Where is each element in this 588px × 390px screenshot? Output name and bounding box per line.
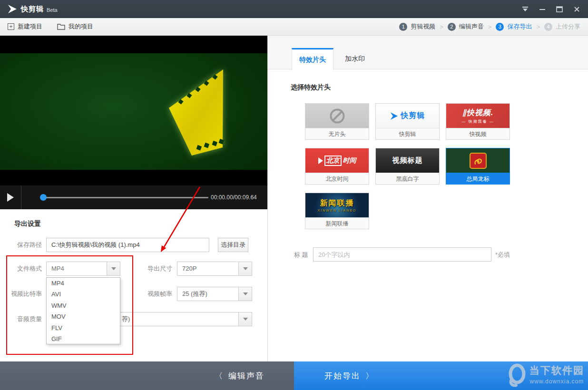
file-format-value: MP4 [51,262,64,275]
plus-icon: + [8,23,14,30]
player-controls: 00:00.00/00:09.64 [0,185,267,209]
main-menu-button[interactable] [517,0,534,18]
my-projects-label: 我的项目 [69,22,93,31]
export-settings: 导出设置 保存路径 选择目录 文件格式 MP4 导出尺寸 720P 视频比特率 … [0,209,267,361]
intro-thumb-kuaijianji[interactable]: 快剪辑 快剪辑 [375,103,440,140]
format-option-mp4[interactable]: MP4 [47,278,120,289]
beijing-time-preview: 北京 时间 [305,148,369,173]
section-title: 选择特效片头 [291,83,331,92]
kuaishipin-preview: ∥快视频. — 快潮我看 — [446,104,510,128]
dropdown-arrow-icon[interactable] [107,262,120,275]
maximize-button[interactable] [551,0,568,18]
play-button[interactable] [0,185,21,209]
step-edit-audio[interactable]: 2 编辑声音 [448,22,484,31]
save-path-label: 保存路径 [0,238,42,252]
toolbar: + 新建项目 我的项目 1 剪辑视频 > 2 编辑声音 > 3 保存导出 [0,18,588,36]
kuaijianji-logo-text: 快剪辑 [401,111,425,121]
close-icon [574,6,580,12]
dropdown-arrow-icon[interactable] [238,262,252,275]
intro-caption: 新闻联播 [305,217,369,229]
forward-chevron-icon: 〉 [365,370,374,381]
step-label: 剪辑视频 [411,22,435,31]
no-intro-icon [329,108,345,124]
frame-rate-label: 视频帧率 [133,287,172,301]
start-export-button[interactable]: 开始导出 〉 [294,361,588,390]
choose-directory-button[interactable]: 选择目录 [218,238,248,252]
time-display: 00:00.00/00:09.64 [211,194,257,201]
play-icon [7,193,14,202]
kuaijianji-preview: 快剪辑 [376,104,439,128]
video-preview [0,36,267,185]
intro-caption: 快视频 [446,128,510,139]
new-project-button[interactable]: + 新建项目 [8,18,42,35]
intro-caption: 黑底白字 [376,173,439,184]
no-intro-preview [305,104,369,128]
step-number: 4 [544,23,552,31]
video-bitrate-label: 视频比特率 [0,287,42,301]
file-format-dropdown: MP4 AVI WMV MOV FLV GIF [46,277,120,344]
audio-quality-label: 音频质量 [0,312,42,326]
back-chevron-icon: 〈 [215,370,224,381]
intro-thumb-black-white-text[interactable]: 视频标题 黑底白字 [375,148,440,185]
tab-effects-intro[interactable]: 特效片头 [292,48,333,70]
required-note: *必填 [495,247,510,262]
minimize-button[interactable] [534,0,551,18]
format-option-wmv[interactable]: WMV [47,300,120,311]
dropdown-arrow-icon[interactable] [238,312,252,326]
chevron-right-icon: > [440,23,443,30]
play-icon [318,157,323,164]
dropdown-arrow-icon[interactable] [238,287,252,301]
minimize-icon [539,6,546,12]
step-label: 保存导出 [507,22,532,31]
kuaishipin-logo-text: ∥快视频. [462,108,493,118]
step-number: 3 [496,23,504,31]
format-option-avi[interactable]: AVI [47,289,120,300]
close-button[interactable] [568,0,585,18]
format-option-gif[interactable]: GIF [47,333,120,344]
intro-thumb-kuaishipin[interactable]: ∥快视频. — 快潮我看 — 快视频 [446,103,510,140]
save-path-input[interactable] [46,238,209,252]
my-projects-button[interactable]: 我的项目 [57,18,93,35]
intro-thumb-none[interactable]: 无片头 [305,103,369,140]
step-label: 编辑声音 [459,22,484,31]
maximize-icon [556,6,563,12]
new-project-label: 新建项目 [18,22,42,31]
export-size-value: 720P [182,262,196,275]
progress-bar[interactable] [40,197,208,198]
intro-thumb-dragon-seal[interactable]: 总局龙标 [446,148,510,185]
titlebar: 快剪辑 Beta [0,0,588,18]
beijing-time-text: 时间 [343,156,356,165]
step-edit-video[interactable]: 1 剪辑视频 [399,22,435,31]
video-frame [0,53,267,170]
intro-caption: 总局龙标 [446,173,510,184]
news-preview: 新闻联播 XINWEN LIANBO [305,193,369,217]
edit-audio-label: 编辑声音 [228,370,265,381]
step-save-export[interactable]: 3 保存导出 [496,22,532,31]
format-option-mov[interactable]: MOV [47,311,120,322]
intro-thumb-beijing-time[interactable]: 北京 时间 北京时间 [305,148,369,185]
progress-handle[interactable] [40,194,47,201]
tab-watermark[interactable]: 加水印 [333,48,376,69]
intro-thumb-news[interactable]: 新闻联播 XINWEN LIANBO 新闻联播 [305,193,369,229]
chevron-right-icon: > [536,23,540,30]
app-window: 快剪辑 Beta [0,0,588,390]
dragon-seal-preview [446,148,510,173]
frame-rate-value: 25 (推荐) [182,287,207,301]
folder-icon [57,23,65,30]
beta-badge: Beta [47,7,58,13]
title-input[interactable] [313,247,491,262]
kuaishipin-slogan: — 快潮我看 — [461,119,494,124]
start-export-label: 开始导出 [324,370,361,381]
edit-audio-back-button[interactable]: 〈 编辑声音 [0,361,294,390]
export-settings-heading: 导出设置 [14,220,41,228]
frame-rate-select[interactable]: 25 (推荐) [177,287,252,301]
format-option-flv[interactable]: FLV [47,322,120,333]
export-size-select[interactable]: 720P [177,262,252,276]
news-subtitle-text: XINWEN LIANBO [318,209,357,212]
intro-caption: 无片头 [305,128,369,139]
step-number: 1 [399,23,407,31]
news-title-text: 新闻联播 [320,198,354,208]
black-title-preview: 视频标题 [376,148,439,173]
file-format-select[interactable]: MP4 [46,262,120,276]
intro-caption: 快剪辑 [376,128,439,139]
